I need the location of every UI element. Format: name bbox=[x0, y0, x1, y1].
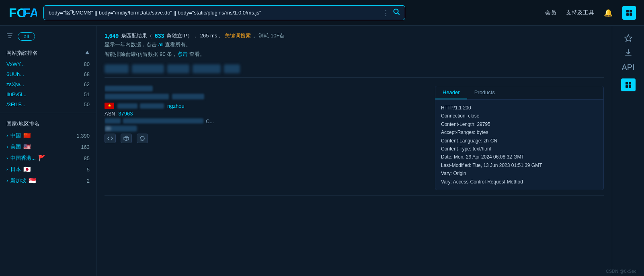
navbar: FO FA ⋮ 会员 支持及工具 🔔 bbox=[0, 0, 644, 26]
country-count: 5 bbox=[87, 167, 90, 173]
keyword-search-link[interactable]: 关键词搜索 bbox=[225, 32, 251, 39]
country-left: › 美国 🇺🇸 bbox=[6, 143, 31, 150]
tag-row bbox=[105, 60, 604, 78]
fingerprint-list: VxWY...806UUh...68zsXjw...62IluPv5i...51… bbox=[0, 59, 96, 109]
country-flag: 🇺🇸 bbox=[23, 143, 31, 150]
bell-icon[interactable]: 🔔 bbox=[604, 8, 613, 17]
header-line: Vary: Access-Control-Request-Method bbox=[441, 178, 598, 186]
fingerprint-item[interactable]: 6UUh...68 bbox=[0, 69, 96, 79]
api-label: API bbox=[621, 63, 634, 72]
footer-watermark: CSDN @0xSec! bbox=[606, 269, 638, 274]
tab-header[interactable]: Header bbox=[435, 86, 467, 99]
fingerprint-item-count: 68 bbox=[84, 71, 90, 77]
rail-grid-button[interactable] bbox=[621, 78, 636, 91]
smart-filter-link[interactable]: 点击 bbox=[177, 51, 188, 57]
country-item[interactable]: › 中国 🇨🇳 1,390 bbox=[0, 130, 96, 141]
header-line: Date: Mon, 29 Apr 2024 06:08:32 GMT bbox=[441, 153, 598, 161]
header-line: Content-Language: zh-CN bbox=[441, 137, 598, 145]
more-options-icon[interactable]: ⋮ bbox=[382, 8, 390, 17]
blur-line-2 bbox=[105, 94, 169, 99]
fingerprint-section: 网站指纹排名 bbox=[0, 45, 96, 59]
svg-rect-20 bbox=[626, 85, 628, 88]
fingerprint-item[interactable]: /3FtLF...50 bbox=[0, 99, 96, 109]
china-flag: ★ bbox=[105, 103, 114, 109]
sidebar-top: all bbox=[0, 32, 96, 45]
svg-rect-6 bbox=[626, 13, 629, 16]
header-line: Content-Length: 29795 bbox=[441, 120, 598, 128]
search-bar[interactable]: ⋮ bbox=[43, 5, 405, 20]
asn-label: ASN: bbox=[105, 111, 117, 117]
svg-rect-19 bbox=[629, 82, 631, 84]
country-item[interactable]: › 美国 🇺🇸 163 bbox=[0, 141, 96, 152]
fingerprint-item-count: 62 bbox=[84, 81, 90, 87]
country-left: › 新加坡 🇸🇬 bbox=[6, 177, 36, 184]
refresh-icon-btn[interactable] bbox=[137, 134, 148, 143]
star-button[interactable] bbox=[624, 34, 632, 42]
result-total: 1,649 bbox=[105, 33, 119, 39]
chevron-icon: › bbox=[6, 133, 8, 138]
country-count: 2 bbox=[87, 178, 90, 184]
result-smart-info: 智能排除蜜罐/仿冒数据 90 条，点击 查看。 bbox=[105, 51, 604, 58]
detail-blur-1 bbox=[105, 118, 121, 124]
tab-products[interactable]: Products bbox=[467, 86, 502, 99]
asn-link[interactable]: 37963 bbox=[118, 111, 133, 117]
nav-tools[interactable]: 支持及工具 bbox=[566, 9, 594, 16]
fingerprint-item[interactable]: zsXjw...62 bbox=[0, 79, 96, 89]
download-button[interactable] bbox=[624, 48, 632, 56]
search-button[interactable] bbox=[393, 8, 400, 17]
fingerprint-item[interactable]: IluPv5i...51 bbox=[0, 89, 96, 99]
country-item[interactable]: › 日本 🇯🇵 5 bbox=[0, 164, 96, 175]
header-line: Accept-Ranges: bytes bbox=[441, 128, 598, 136]
nav-grid-button[interactable] bbox=[622, 6, 636, 20]
result-sub-info: 显示一年内数据，点击 all 查看所有。 bbox=[105, 41, 604, 48]
all-link[interactable]: all bbox=[158, 41, 164, 47]
fingerprint-item-label: zsXjw... bbox=[6, 81, 24, 87]
all-badge[interactable]: all bbox=[18, 32, 35, 41]
country-count: 1,390 bbox=[76, 133, 90, 139]
country-section: 国家/地区排名 bbox=[0, 116, 96, 130]
header-panel: Header Products HTTP/1.1 200Connection: … bbox=[435, 86, 604, 190]
table-row: ★ ngzhou ASN: 37963 C... bbox=[105, 81, 604, 196]
svg-line-3 bbox=[398, 13, 400, 15]
detail-blur-2 bbox=[123, 118, 203, 124]
country-item[interactable]: › 中国香港... 🚩 85 bbox=[0, 152, 96, 164]
result-time: 265 ms， bbox=[200, 32, 223, 39]
blur-line-3 bbox=[172, 94, 204, 99]
svg-text:FA: FA bbox=[23, 6, 37, 20]
svg-rect-7 bbox=[630, 13, 632, 16]
fingerprint-title: 网站指纹排名 bbox=[6, 49, 38, 57]
header-content: HTTP/1.1 200Connection: closeContent-Len… bbox=[435, 100, 603, 190]
fofa-logo: FO FA bbox=[8, 4, 37, 21]
chevron-icon: › bbox=[6, 144, 8, 150]
country-name: 中国 bbox=[10, 132, 21, 139]
code-icon-btn[interactable] bbox=[105, 134, 116, 143]
country-count: 163 bbox=[81, 144, 90, 150]
sidebar-divider bbox=[0, 113, 96, 113]
fingerprint-item-label: 6UUh... bbox=[6, 71, 24, 77]
svg-marker-11 bbox=[85, 51, 89, 54]
country-title: 国家/地区排名 bbox=[6, 120, 39, 128]
header-panel-wrap: Header Products HTTP/1.1 200Connection: … bbox=[435, 86, 604, 190]
card-detail-blur: C... bbox=[105, 118, 429, 124]
card-flag-row: ★ ngzhou bbox=[105, 103, 429, 109]
fingerprint-item-count: 51 bbox=[84, 91, 90, 97]
right-rail: API bbox=[612, 26, 644, 276]
cube-icon-btn[interactable] bbox=[121, 134, 132, 143]
country-left: › 中国 🇨🇳 bbox=[6, 132, 31, 139]
nav-membership[interactable]: 会员 bbox=[545, 9, 556, 16]
api-button[interactable]: API bbox=[621, 63, 634, 72]
country-count: 85 bbox=[84, 155, 90, 161]
chevron-icon: › bbox=[6, 155, 8, 161]
sort-icon[interactable] bbox=[85, 50, 90, 56]
header-line: Vary: Origin bbox=[441, 169, 598, 177]
search-input[interactable] bbox=[49, 10, 379, 16]
svg-rect-18 bbox=[626, 82, 628, 84]
country-left: › 日本 🇯🇵 bbox=[6, 166, 31, 173]
card-left: ★ ngzhou ASN: 37963 C... bbox=[105, 86, 429, 190]
filter-icon[interactable] bbox=[6, 33, 13, 40]
fingerprint-item[interactable]: VxWY...80 bbox=[0, 59, 96, 69]
country-flag: 🇸🇬 bbox=[29, 177, 36, 184]
country-item[interactable]: › 新加坡 🇸🇬 2 bbox=[0, 175, 96, 186]
result-bar: 1,649 条匹配结果（ 633 条独立IP）， 265 ms， 关键词搜索 。… bbox=[105, 32, 604, 39]
header-line: HTTP/1.1 200 bbox=[441, 104, 598, 112]
